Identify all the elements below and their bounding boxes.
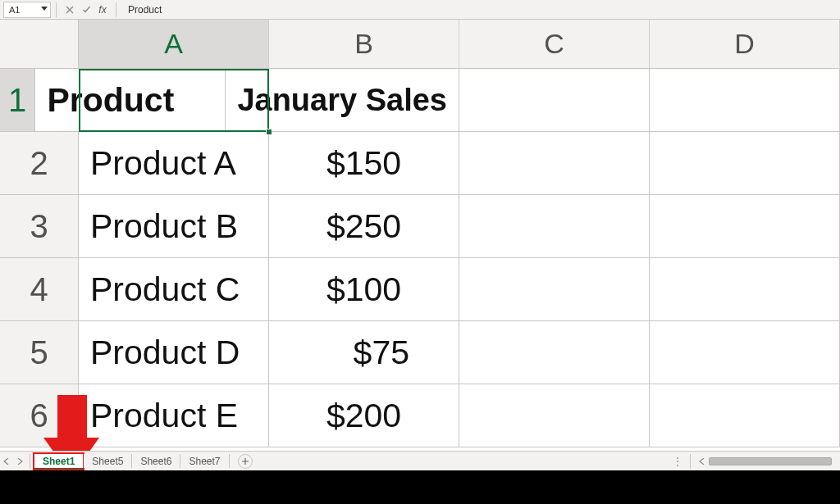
separator [116, 2, 116, 17]
cell-D5[interactable] [650, 321, 840, 384]
cell-B5[interactable]: $75 [269, 321, 459, 384]
row-header-3[interactable]: 3 [0, 195, 79, 257]
sheet-tab-bar: Sheet1 Sheet5 Sheet6 Sheet7 ⋮ [0, 451, 840, 470]
cell-D4[interactable] [650, 258, 840, 320]
table-row: 3 Product B $250 [0, 195, 840, 258]
tab-bar-options-icon[interactable]: ⋮ [671, 456, 685, 467]
formula-input[interactable]: Product [121, 4, 162, 16]
formula-bar: A1 fx Product [0, 0, 840, 20]
table-row: 5 Product D $75 [0, 321, 840, 384]
cell-C6[interactable] [459, 384, 650, 447]
table-row: 2 Product A $150 [0, 132, 840, 195]
sheet-tab[interactable]: Sheet5 [84, 454, 132, 468]
sheet-tab[interactable]: Sheet6 [132, 454, 180, 468]
fx-icon[interactable]: fx [96, 3, 109, 16]
sheet-tab-active[interactable]: Sheet1 [34, 453, 84, 470]
cell-D2[interactable] [650, 132, 840, 194]
tab-nav-next-icon[interactable] [14, 456, 25, 467]
cell-A1[interactable]: Product [35, 69, 226, 131]
column-header-A[interactable]: A [79, 20, 269, 68]
add-sheet-button[interactable] [238, 454, 253, 469]
name-box-value: A1 [9, 5, 20, 15]
select-all-corner[interactable] [0, 20, 79, 68]
spreadsheet-grid[interactable]: 1 Product January Sales 2 Product A $150… [0, 69, 840, 451]
cell-C3[interactable] [459, 195, 650, 257]
row-header-6[interactable]: 6 [0, 384, 79, 447]
cell-A5[interactable]: Product D [79, 321, 269, 384]
tab-nav-prev-icon[interactable] [1, 456, 12, 467]
cell-C5[interactable] [459, 321, 650, 384]
cancel-formula-icon[interactable] [63, 3, 76, 16]
chevron-down-icon [41, 7, 48, 11]
cell-A6[interactable]: Product E [79, 384, 269, 447]
sheet-tab[interactable]: Sheet7 [180, 454, 229, 468]
separator [30, 454, 30, 469]
table-row: 1 Product January Sales [0, 69, 840, 132]
cell-D1[interactable] [650, 69, 840, 131]
cell-A3[interactable]: Product B [79, 195, 269, 257]
row-header-2[interactable]: 2 [0, 132, 79, 194]
cell-B2[interactable]: $150 [269, 132, 459, 194]
cropped-region [0, 470, 840, 504]
table-row: 6 Product E $200 [0, 384, 840, 447]
row-header-4[interactable]: 4 [0, 258, 79, 320]
commit-formula-icon[interactable] [80, 3, 93, 16]
column-header-B[interactable]: B [269, 20, 459, 68]
cell-C1[interactable] [459, 69, 650, 131]
horizontal-scrollbar[interactable] [709, 457, 832, 465]
row-header-1[interactable]: 1 [0, 69, 35, 131]
row-header-5[interactable]: 5 [0, 321, 79, 384]
separator [690, 454, 691, 469]
cell-A4[interactable]: Product C [79, 258, 269, 320]
cell-C2[interactable] [459, 132, 650, 194]
table-row: 4 Product C $100 [0, 258, 840, 321]
cell-B1[interactable]: January Sales [226, 69, 459, 131]
cell-B6[interactable]: $200 [269, 384, 459, 447]
cell-B3[interactable]: $250 [269, 195, 459, 257]
column-header-C[interactable]: C [459, 20, 650, 68]
cell-B4[interactable]: $100 [269, 258, 459, 320]
cell-C4[interactable] [459, 258, 650, 320]
cell-A2[interactable]: Product A [79, 132, 269, 194]
scrollbar-left-icon[interactable] [696, 456, 708, 467]
cell-D6[interactable] [650, 384, 840, 447]
name-box[interactable]: A1 [3, 2, 51, 18]
column-headers: A B C D [0, 20, 840, 69]
separator [56, 2, 57, 17]
column-header-D[interactable]: D [650, 20, 840, 68]
cell-D3[interactable] [650, 195, 840, 257]
